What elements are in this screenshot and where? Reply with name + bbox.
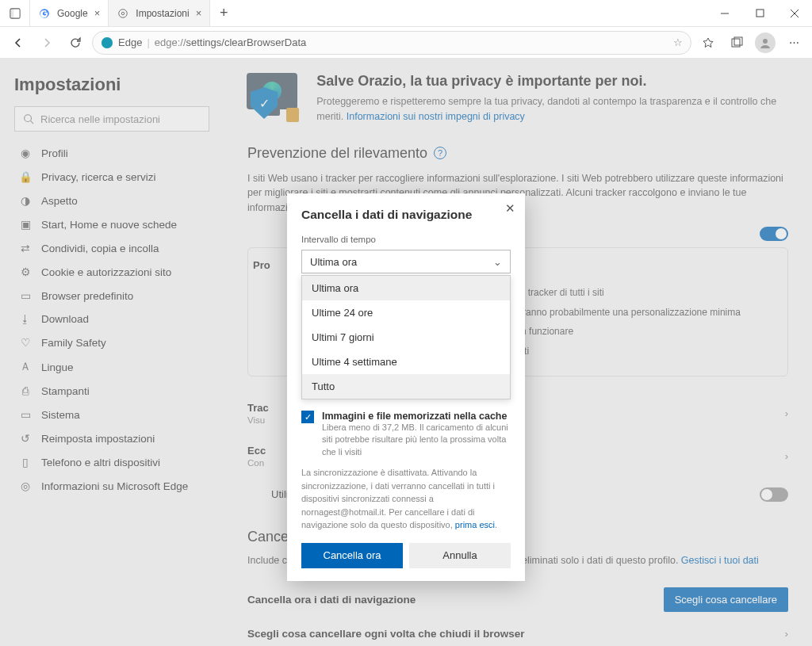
google-icon xyxy=(38,7,51,20)
tab-actions-button[interactable] xyxy=(0,0,30,26)
window-controls xyxy=(707,0,812,27)
clear-now-button[interactable]: Cancella ora xyxy=(301,543,403,568)
refresh-button[interactable] xyxy=(63,31,87,55)
svg-point-4 xyxy=(122,12,125,15)
sync-note: La sincronizzazione è disattivata. Attiv… xyxy=(301,466,511,532)
svg-rect-6 xyxy=(756,10,764,17)
toolbar: Edge | edge://settings/clearBrowserData … xyxy=(0,27,812,59)
time-range-label: Intervallo di tempo xyxy=(301,235,376,244)
forward-button[interactable] xyxy=(35,31,59,55)
close-button[interactable] xyxy=(777,0,812,27)
svg-point-10 xyxy=(102,37,113,48)
url-path: settings/clearBrowserData xyxy=(186,36,307,48)
svg-rect-1 xyxy=(10,8,13,17)
tab-title: Impostazioni xyxy=(136,8,189,19)
menu-button[interactable]: ⋯ xyxy=(782,31,806,55)
titlebar: Google × Impostazioni × + xyxy=(0,0,812,27)
back-button[interactable] xyxy=(6,31,30,55)
cache-checkbox-row[interactable]: ✓ Immagini e file memorizzati nella cach… xyxy=(301,411,511,458)
checkbox-checked-icon[interactable]: ✓ xyxy=(301,411,314,423)
select-value: Ultima ora xyxy=(310,256,357,268)
avatar-icon xyxy=(755,32,776,53)
time-range-select[interactable]: Ultima ora ⌄ xyxy=(301,250,511,273)
favorites-button[interactable] xyxy=(696,31,720,55)
cache-title: Immagini e file memorizzati nella cache xyxy=(322,411,511,422)
dialog-close-button[interactable]: ✕ xyxy=(505,201,515,216)
dialog-title: Cancella i dati di navigazione xyxy=(301,208,511,222)
cache-subtitle: Libera meno di 37,2 MB. Il caricamento d… xyxy=(322,422,508,457)
dropdown-option[interactable]: Ultima ora xyxy=(302,276,510,300)
close-icon[interactable]: × xyxy=(196,7,202,19)
tab-google[interactable]: Google × xyxy=(30,0,109,26)
sign-out-first-link[interactable]: prima esci xyxy=(455,520,495,529)
close-icon[interactable]: × xyxy=(94,7,101,19)
dropdown-option[interactable]: Ultime 4 settimane xyxy=(302,350,510,374)
minimize-button[interactable] xyxy=(707,0,742,27)
maximize-button[interactable] xyxy=(742,0,777,27)
profile-button[interactable] xyxy=(753,31,777,55)
collections-button[interactable] xyxy=(725,31,749,55)
cancel-button[interactable]: Annulla xyxy=(409,543,511,568)
address-bar[interactable]: Edge | edge://settings/clearBrowserData … xyxy=(92,31,691,55)
favorite-icon[interactable]: ☆ xyxy=(673,36,683,48)
tabstrip: Google × Impostazioni × + xyxy=(0,0,237,26)
dropdown-option[interactable]: Ultime 24 ore xyxy=(302,300,510,325)
gear-icon xyxy=(117,7,129,20)
svg-point-13 xyxy=(763,39,768,44)
clear-data-dialog: ✕ Cancella i dati di navigazione Interva… xyxy=(287,193,525,581)
tab-settings[interactable]: Impostazioni × xyxy=(109,0,210,26)
url-scheme: edge:// xyxy=(155,36,186,48)
tab-title: Google xyxy=(57,8,88,19)
time-range-dropdown: Ultima ora Ultime 24 ore Ultimi 7 giorni… xyxy=(301,275,511,399)
edge-icon xyxy=(101,36,113,49)
separator: | xyxy=(147,36,149,48)
dropdown-option[interactable]: Tutto xyxy=(302,374,510,399)
new-tab-button[interactable]: + xyxy=(210,5,237,21)
scheme-label: Edge xyxy=(118,36,142,48)
dropdown-option[interactable]: Ultimi 7 giorni xyxy=(302,325,510,350)
svg-point-3 xyxy=(119,9,128,17)
chevron-down-icon: ⌄ xyxy=(493,256,502,268)
modal-overlay: ✕ Cancella i dati di navigazione Interva… xyxy=(0,59,812,646)
